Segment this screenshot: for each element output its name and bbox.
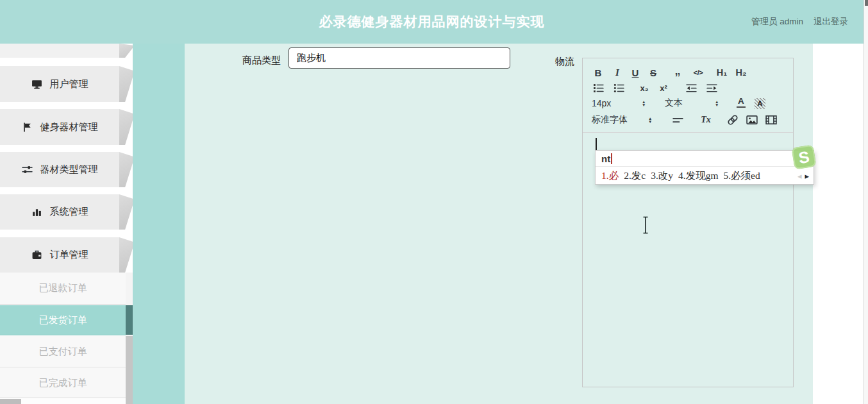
sidebar-item-order-management[interactable]: 订单管理 <box>0 237 119 273</box>
app-header: 必录德健身器材用品网的设计与实现 管理员 admin 退出登录 <box>0 0 864 44</box>
sidebar-scrollbar[interactable] <box>126 273 133 404</box>
partial-item-corner <box>0 399 21 404</box>
font-family-select[interactable]: 标准字体 <box>592 112 628 128</box>
code-button[interactable]: </> <box>689 65 708 80</box>
clear-format-button[interactable]: Tx <box>698 112 714 128</box>
italic-button[interactable]: I <box>610 65 625 80</box>
page-scrollbar-thumb[interactable] <box>865 0 868 6</box>
sidebar-item-user-management[interactable]: 用户管理 <box>0 66 119 102</box>
chevron-down-icon: ▼ <box>642 103 646 107</box>
ime-candidate[interactable]: 5.必须ed <box>723 169 760 183</box>
bold-button[interactable]: B <box>590 65 606 80</box>
divider-icon[interactable] <box>670 112 685 128</box>
product-type-label: 商品类型 <box>242 55 281 67</box>
bg-color-icon[interactable]: A <box>755 96 765 111</box>
sidebar-item-label: 健身器材管理 <box>40 121 98 133</box>
ime-caret <box>611 153 612 164</box>
ordered-list-icon[interactable] <box>590 80 606 96</box>
sidebar-item-label: 器材类型管理 <box>40 164 98 176</box>
sidebar: 用户管理 健身器材管理 器材类型管理 系统管理 订单管理 已退款订单 已发货订单… <box>0 44 133 404</box>
sliders-icon <box>22 164 33 175</box>
logistics-label: 物流 <box>555 56 574 68</box>
format-select[interactable]: 文本 <box>665 96 683 111</box>
link-icon[interactable] <box>725 112 740 128</box>
sidebar-item-system-management[interactable]: 系统管理 <box>0 194 119 230</box>
ime-candidate[interactable]: 4.发现gm <box>678 169 718 183</box>
ime-composition-row: nt <box>596 151 814 167</box>
sidebar-subitem-paid-orders[interactable]: 已支付订单 <box>0 336 126 367</box>
sidebar-item-label: 用户管理 <box>50 78 88 90</box>
ime-next-page-icon[interactable]: ▸ <box>805 171 809 181</box>
indent-decrease-icon[interactable] <box>683 80 699 96</box>
ime-composition-text: nt <box>601 153 610 164</box>
superscript-button[interactable]: x² <box>656 80 671 96</box>
ime-candidate-popup: nt 1.必 2.发c 3.改y 4.发现gm 5.必须ed ◂ ▸ <box>595 150 814 185</box>
rich-text-editor: B I U S ” </> H₁ H₂ x₂ x² <box>582 58 794 387</box>
flag-icon <box>22 122 33 133</box>
sidebar-subitem-label: 已退款订单 <box>39 282 87 294</box>
admin-user-label: 管理员 admin <box>751 16 803 28</box>
sidebar-subitem-label: 已完成订单 <box>39 377 87 389</box>
video-icon[interactable] <box>764 112 779 128</box>
bar-chart-icon <box>31 206 42 217</box>
sidebar-item-label: 订单管理 <box>50 249 88 261</box>
sogou-ime-logo[interactable]: S <box>792 145 817 170</box>
product-type-input[interactable] <box>288 47 510 69</box>
chevron-down-icon: ▼ <box>715 103 719 107</box>
sidebar-subitem-refunded-orders[interactable]: 已退款订单 <box>0 273 126 305</box>
sidebar-item-label: 系统管理 <box>50 206 88 218</box>
editor-toolbar-row1: B I U S ” </> H₁ H₂ <box>583 65 793 80</box>
selected-item-edge <box>126 305 133 335</box>
font-size-select[interactable]: 14px <box>592 96 611 111</box>
ime-candidate[interactable]: 3.改y <box>651 169 673 183</box>
left-accent-strip <box>133 44 185 404</box>
underline-button[interactable]: U <box>628 65 643 80</box>
sidebar-subitem-shipped-orders[interactable]: 已发货订单 <box>0 305 126 335</box>
ime-candidate-list: 1.必 2.发c 3.改y 4.发现gm 5.必须ed <box>596 167 814 184</box>
editor-toolbar-row4: 标准字体 ▲ ▼ Tx <box>583 112 793 128</box>
sidebar-partial-item-top[interactable] <box>0 44 119 58</box>
logout-link[interactable]: 退出登录 <box>814 16 848 28</box>
format-select-arrows[interactable]: ▲ ▼ <box>715 96 719 111</box>
main-content: 商品类型 物流 B I U S ” </> H₁ H₂ x₂ x² <box>185 44 813 404</box>
unordered-list-icon[interactable] <box>611 80 626 96</box>
font-family-select-arrows[interactable]: ▲ ▼ <box>648 112 652 128</box>
font-size-select-arrows[interactable]: ▲ ▼ <box>642 96 646 111</box>
ibeam-cursor <box>641 216 650 237</box>
sidebar-partial-item-bottom[interactable] <box>0 399 126 404</box>
sidebar-subitem-label: 已支付订单 <box>39 346 87 358</box>
subscript-button[interactable]: x₂ <box>637 80 652 96</box>
ime-candidate[interactable]: 1.必 <box>601 169 619 183</box>
editor-toolbar-row3: 14px ▲ ▼ 文本 ▲ ▼ A A <box>583 96 793 111</box>
editor-toolbar-row2: x₂ x² <box>583 80 793 96</box>
heading2-button[interactable]: H₂ <box>733 65 749 80</box>
sidebar-subitem-completed-orders[interactable]: 已完成订单 <box>0 368 126 398</box>
sidebar-item-equipment-type-management[interactable]: 器材类型管理 <box>0 152 119 187</box>
page-scrollbar[interactable] <box>864 0 868 404</box>
page-title: 必录德健身器材用品网的设计与实现 <box>0 0 864 44</box>
heading1-button[interactable]: H₁ <box>714 65 730 80</box>
font-color-icon[interactable]: A <box>737 96 746 108</box>
indent-increase-icon[interactable] <box>703 80 720 96</box>
image-icon[interactable] <box>744 112 760 128</box>
ime-candidate[interactable]: 2.发c <box>624 169 646 183</box>
desktop-icon <box>31 79 42 90</box>
chevron-down-icon: ▼ <box>648 120 652 124</box>
sidebar-item-equipment-management[interactable]: 健身器材管理 <box>0 109 119 145</box>
text-caret <box>596 138 597 151</box>
briefcase-icon <box>31 249 42 260</box>
sidebar-subitem-label: 已发货订单 <box>39 314 87 326</box>
ime-prev-page-icon[interactable]: ◂ <box>797 171 802 181</box>
strikethrough-button[interactable]: S <box>646 65 661 80</box>
sidebar-scrollbar-thumb[interactable] <box>126 336 133 404</box>
